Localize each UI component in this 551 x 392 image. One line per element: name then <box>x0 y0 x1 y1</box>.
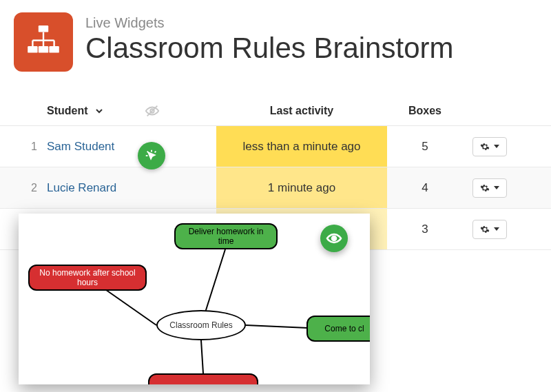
activity-cell: 1 minute ago <box>216 167 387 208</box>
chevron-down-icon <box>95 107 103 115</box>
boxes-cell: 4 <box>387 181 463 195</box>
row-actions-button[interactable] <box>472 137 507 156</box>
activity-cell: less than a minute ago <box>216 126 387 167</box>
svg-line-18 <box>246 325 308 328</box>
table-header: Student Last activity Boxes <box>0 96 551 126</box>
mindmap-icon <box>14 12 73 72</box>
header-subtitle: Live Widgets <box>85 15 453 31</box>
row-number: 1 <box>14 141 37 153</box>
header-text: Live Widgets Classroom Rules Brainstorm <box>85 12 453 64</box>
page-header: Live Widgets Classroom Rules Brainstorm <box>0 0 551 77</box>
svg-rect-8 <box>39 46 48 53</box>
col-student[interactable]: Student <box>37 103 216 118</box>
mindmap-node[interactable]: No homework after school hours <box>28 265 147 291</box>
student-cell: Lucie Renard <box>37 181 216 195</box>
mindmap-center-node[interactable]: Classroom Rules <box>156 310 246 340</box>
svg-line-14 <box>147 152 149 153</box>
caret-down-icon <box>494 227 499 231</box>
caret-down-icon <box>494 145 499 148</box>
gear-icon <box>480 183 490 193</box>
row-actions-button[interactable] <box>472 178 507 198</box>
svg-point-20 <box>332 236 336 240</box>
student-link[interactable]: Sam Student <box>47 140 114 154</box>
svg-rect-6 <box>39 25 48 32</box>
student-cell: Sam Student <box>37 140 216 154</box>
boxes-cell: 3 <box>387 223 463 236</box>
caret-down-icon <box>494 186 499 189</box>
gear-icon <box>480 142 490 152</box>
mindmap-node[interactable]: Deliver homework in time <box>174 223 278 249</box>
table-row: 2 Lucie Renard 1 minute ago 4 <box>0 167 551 209</box>
row-actions-button[interactable] <box>472 220 507 239</box>
cursor-click-icon <box>138 142 165 169</box>
svg-rect-7 <box>28 46 37 53</box>
col-activity: Last activity <box>216 105 387 117</box>
col-student-label: Student <box>47 105 88 117</box>
row-number: 2 <box>14 182 37 194</box>
svg-rect-9 <box>49 46 59 53</box>
student-link[interactable]: Lucie Renard <box>47 181 116 195</box>
boxes-cell: 5 <box>387 140 463 154</box>
mindmap-preview[interactable]: Classroom Rules Deliver homework in time… <box>19 214 370 384</box>
table-row: 1 Sam Student less than a minute ago 5 <box>0 126 551 167</box>
mindmap-node[interactable]: Come to cl <box>306 316 370 342</box>
svg-line-19 <box>201 340 203 373</box>
eye-icon <box>320 225 348 252</box>
page-title: Classroom Rules Brainstorm <box>85 32 453 64</box>
col-boxes: Boxes <box>387 105 463 117</box>
svg-line-15 <box>155 152 156 153</box>
gear-icon <box>480 225 490 234</box>
eye-off-icon[interactable] <box>145 103 160 118</box>
mindmap-node[interactable] <box>148 373 258 384</box>
